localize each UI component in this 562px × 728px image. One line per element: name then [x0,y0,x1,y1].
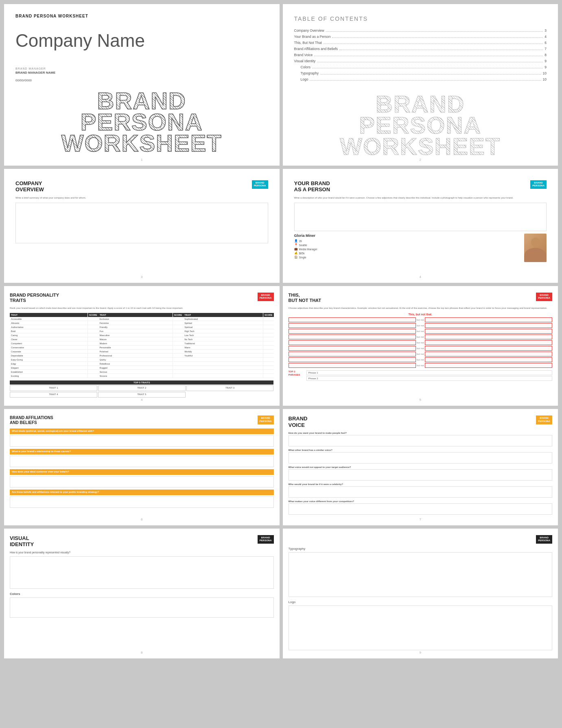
section-header-affil: BRAND AFFILIATIONSAND BELIEFS BRANDPERSO… [10,415,274,425]
person-desc: Write a description of who your brand wo… [294,196,547,199]
toc-label-6: Visual Identity [294,59,316,63]
toc-item-9: Logo 10 [294,77,547,81]
toc-word-worksheet: WORKSHEET [294,136,547,157]
tnt-row-6: but not [289,346,553,351]
badge-typography: BRANDPERSONA [536,535,552,544]
tnt-not-4 [425,334,552,339]
page-visual-identity: VISUALIDENTITY BRANDPERSONA How is your … [4,529,280,659]
toc-item-4: Brand Affiliations and Beliefs 7 [294,47,547,51]
tnt-sep-6: but not [417,347,424,350]
person-age-row: 👤 39 [294,239,521,243]
voice-questions: How do you want your brand to make peopl… [289,432,553,515]
section-title-voice: BRANDVOICE [289,415,308,428]
cover-big-text: BRAND PERSONA WORKSHEET [15,90,268,154]
section-header-tnt: THIS,BUT NOT THAT BRANDPERSONA [289,293,553,303]
voice-a1 [289,435,553,446]
page-brand-voice: BRANDVOICE BRANDPERSONA How do you want … [283,409,558,525]
section-title-affil: BRAND AFFILIATIONSAND BELIEFS [10,415,53,425]
traits-col-4: SCORE [173,313,183,317]
toc-item-3: This, But Not That 6 [294,41,547,45]
tnt-sep-4: but not [417,336,424,338]
voice-a4 [289,486,553,498]
tnt-row-8: but not [289,357,553,362]
person-status-icon: 🏠 [294,256,298,259]
traits-col-2: SCORE [88,313,98,317]
person-age: 39 [299,240,302,243]
cover-company-name: Company Name [15,31,268,51]
trait-box-2: TRAIT 2 [98,385,186,391]
affil-q4: Are these beliefs and affiliations relev… [10,490,274,495]
toc-dots-8 [320,74,541,74]
section-title-visual: VISUALIDENTITY [10,535,34,548]
cover-small-title: BRAND PERSONA WORKSHEET [15,14,268,18]
section-title-traits: BRAND PERSONALITYTRAITS [10,293,59,303]
tnt-sep-7: but not [417,353,424,355]
affil-a4 [10,496,274,508]
badge-tnt: BRANDPERSONA [536,293,552,302]
affil-questions: What ideals (political, social, ecologic… [10,428,274,507]
toc-title: TABLE OF CONTENTS [294,15,547,22]
toc-label-9: Logo [301,77,308,81]
badge-voice: BRANDPERSONA [536,415,552,424]
voice-q2: What other brand has a similar voice? [289,449,553,451]
page-traits: BRAND PERSONALITYTRAITS BRANDPERSONA Ran… [4,286,280,406]
person-job-icon: 💼 [294,247,298,251]
tnt-sep-1: but not [417,319,424,321]
tnt-row-9: but not [289,363,553,368]
trait-box-1: TRAIT 1 [10,385,97,391]
person-status: Single [299,256,306,259]
toc-dots-6 [317,62,543,62]
toc-page-8: 10 [543,71,547,75]
page-brand-person: YOUR BRANDAS A PERSON BRANDPERSONA Write… [283,169,558,283]
tnt-header-label: This, but not that. [289,313,553,316]
person-job-row: 💼 Media Manager [294,247,521,251]
trait-row-6: CleverMatureNo Tech [10,337,274,341]
trait-row-9: CorporatePolishedWorldly [10,350,274,354]
badge-traits: BRANDPERSONA [258,293,274,302]
page-number-6: 5 [420,398,421,402]
top2-phrase1: Phrase 1 [306,370,553,375]
top2-label: TOP 2PHRASES [289,370,305,376]
page-this-not-that: THIS,BUT NOT THAT BRANDPERSONA Choose ad… [283,286,558,406]
overview-desc: Write a brief summary of what your compa… [15,196,268,199]
toc-big-text: BRAND PERSONA WORKSHEET [294,94,547,157]
voice-q1: How do you want your brand to make peopl… [289,432,553,434]
toc-item-6: Visual Identity 9 [294,59,547,63]
page-cover: BRAND PERSONA WORKSHEET Company Name BRA… [4,4,280,166]
toc-dots-3 [324,44,543,44]
person-salary-icon: 💰 [294,251,298,255]
top2-boxes: Phrase 1 Phrase 2 [306,370,553,382]
toc-label-3: This, But Not That [294,41,322,45]
trait-row-3: AuthoritativeFriendlySpiritual [10,325,274,329]
person-location-icon: 📍 [294,243,298,247]
section-title-tnt: THIS,BUT NOT THAT [289,293,321,303]
page-number-5: 4 [141,398,142,402]
toc-label-7: Colors [301,65,311,69]
tnt-not-2 [425,323,552,328]
person-name: Gloria Miner [294,234,521,238]
affil-q3: How does your ideal customer view your b… [10,469,274,475]
tnt-sep-3: but not [417,330,424,332]
toc-page-2: 4 [545,35,547,39]
trait-row-7: CompetentModernTraditional [10,341,274,345]
trait-row-8: ConservativePersonableWarm [10,345,274,350]
section-header-visual: VISUALIDENTITY BRANDPERSONA [10,535,274,548]
tnt-desc: Choose adjectives that describe your key… [289,306,553,310]
logo-box [289,606,553,650]
toc-dots-2 [332,37,543,38]
toc-item-1: Company Overview 3 [294,28,547,33]
tnt-not-9 [425,363,552,368]
trait-row-11: Easy-GoingQuirky [10,358,274,362]
person-details: Gloria Miner 👤 39 📍 Seattle 💼 Media Mana… [294,234,521,262]
tnt-sep-8: but not [417,359,424,361]
tnt-this-5 [289,340,416,345]
person-status-row: 🏠 Single [294,256,521,259]
person-content-box [294,203,547,231]
page-typography: BRANDPERSONA Typography Logo 9 [283,529,558,659]
cover-date: 00/00/0000 [15,79,268,82]
cover-brand-manager-label: BRAND MANAGER [15,67,268,70]
trait-row-15: ExcitingSincere [10,374,274,378]
toc-page-6: 9 [545,59,547,63]
affil-q1: What ideals (political, social, ecologic… [10,428,274,434]
trait-row-1: AccessibleExclusiveSophisticated [10,317,274,321]
